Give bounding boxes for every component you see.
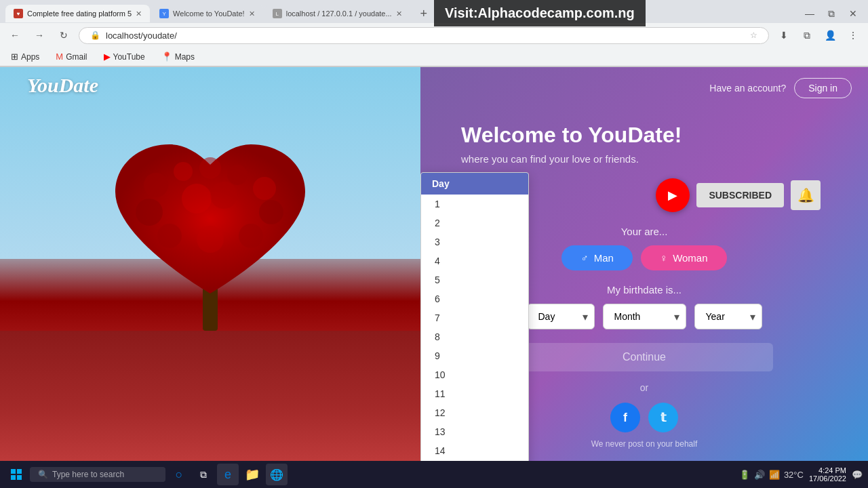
- dropdown-item[interactable]: 10: [421, 365, 528, 384]
- tab-label-dating: Complete free dating platform 5: [27, 9, 132, 18]
- bookmark-apps[interactable]: ⊞ Apps: [8, 50, 42, 63]
- subscribed-button[interactable]: SUBSCRIBED: [696, 183, 784, 207]
- taskbar-browser[interactable]: 🌐: [266, 464, 288, 485]
- search-icon: 🔍: [38, 470, 48, 479]
- tab-close-youdate[interactable]: ✕: [249, 9, 255, 18]
- year-select[interactable]: Year 20042003200220012000 19991998199719…: [694, 304, 762, 329]
- profile-icon[interactable]: 👤: [821, 26, 840, 45]
- dropdown-item[interactable]: 1: [421, 195, 528, 214]
- download-icon[interactable]: ⬇: [774, 26, 793, 45]
- taskbar-taskview[interactable]: ⧉: [193, 464, 214, 485]
- welcome-subtitle: where you can find your love or friends.: [461, 153, 827, 165]
- month-select-wrapper: Month JanuaryFebruaryMarchApril MayJuneJ…: [603, 304, 686, 329]
- back-button[interactable]: ←: [5, 26, 24, 45]
- dropdown-list: 12345678910111213141516171819: [421, 195, 528, 461]
- gmail-icon: M: [56, 52, 63, 62]
- dropdown-item[interactable]: 8: [421, 327, 528, 346]
- svg-point-4: [253, 177, 276, 200]
- svg-point-1: [174, 162, 193, 181]
- dropdown-item[interactable]: 6: [421, 289, 528, 308]
- bookmark-youtube[interactable]: ▶ YouTube: [101, 50, 148, 63]
- dropdown-item[interactable]: 13: [421, 422, 528, 441]
- taskbar-clock[interactable]: 4:24 PM 17/06/2022: [809, 466, 846, 483]
- dropdown-item[interactable]: 7: [421, 308, 528, 327]
- year-select-wrapper: Year 20042003200220012000 19991998199719…: [694, 304, 762, 329]
- address-bar: ← → ↻ 🔒 localhost/youdate/ ☆ ⬇ ⧉ 👤 ⋮: [0, 23, 868, 47]
- dropdown-item[interactable]: 14: [421, 441, 528, 460]
- twitter-button[interactable]: 𝕥: [648, 403, 678, 432]
- new-tab-button[interactable]: +: [414, 4, 433, 23]
- dropdown-item[interactable]: 11: [421, 384, 528, 403]
- svg-rect-15: [17, 475, 22, 480]
- man-label: Man: [594, 252, 614, 264]
- svg-point-6: [182, 184, 212, 214]
- bookmark-maps-label: Maps: [175, 52, 195, 62]
- tab-youdate[interactable]: Y Welcome to YouDate! ✕: [151, 5, 263, 22]
- tab-close-dating[interactable]: ✕: [136, 9, 142, 18]
- forward-button[interactable]: →: [30, 26, 49, 45]
- bookmark-youtube-label: YouTube: [113, 52, 145, 62]
- url-text: localhost/youdate/: [106, 30, 745, 41]
- bell-button[interactable]: 🔔: [791, 180, 821, 210]
- facebook-icon: f: [623, 411, 627, 425]
- continue-button[interactable]: Continue: [515, 343, 773, 371]
- network-icon[interactable]: 📶: [769, 470, 780, 480]
- man-button[interactable]: ♂ Man: [561, 245, 632, 270]
- taskbar: 🔍 Type here to search ○ ⧉ e 📁 🌐 🔋 🔊 📶 32…: [0, 461, 868, 488]
- start-button[interactable]: [5, 464, 27, 485]
- maps-icon: 📍: [161, 52, 172, 62]
- youtube-subscribe-icon[interactable]: ▶: [656, 178, 690, 212]
- dropdown-item[interactable]: 2: [421, 214, 528, 232]
- dropdown-item[interactable]: 4: [421, 251, 528, 270]
- tab-close-localhost[interactable]: ✕: [396, 9, 402, 18]
- twitter-icon: 𝕥: [660, 410, 666, 425]
- dropdown-item[interactable]: 9: [421, 346, 528, 365]
- welcome-title: Welcome to YouDate!: [461, 123, 827, 148]
- svg-rect-12: [11, 469, 16, 474]
- tab-label-localhost: localhost / 127.0.0.1 / youdate...: [286, 9, 392, 18]
- month-select[interactable]: Month JanuaryFebruaryMarchApril MayJuneJ…: [603, 304, 686, 329]
- tab-favicon-localhost: L: [273, 9, 282, 18]
- url-box[interactable]: 🔒 localhost/youdate/ ☆: [79, 27, 769, 44]
- svg-point-10: [197, 226, 224, 253]
- lock-icon: 🔒: [90, 30, 100, 40]
- tab-bar: ♥ Complete free dating platform 5 ✕ Y We…: [0, 0, 868, 23]
- volume-icon[interactable]: 🔊: [754, 470, 765, 480]
- minimize-button[interactable]: —: [800, 4, 819, 23]
- extensions-icon[interactable]: ⧉: [797, 26, 816, 45]
- apps-icon: ⊞: [11, 52, 18, 62]
- dropdown-item[interactable]: 3: [421, 232, 528, 251]
- reload-button[interactable]: ↻: [54, 26, 73, 45]
- man-icon: ♂: [580, 252, 588, 264]
- logo-text: YouDate: [27, 74, 98, 96]
- settings-icon[interactable]: ⋮: [844, 26, 863, 45]
- taskbar-cortana[interactable]: ○: [168, 464, 190, 485]
- signup-section: Have an account? Sign in Welcome to YouD…: [420, 67, 868, 461]
- tab-dating[interactable]: ♥ Complete free dating platform 5 ✕: [5, 5, 150, 22]
- notifications-icon[interactable]: 💬: [852, 470, 863, 480]
- day-dropdown[interactable]: Day 12345678910111213141516171819: [420, 172, 529, 461]
- woman-button[interactable]: ♀ Woman: [641, 245, 727, 270]
- facebook-button[interactable]: f: [610, 403, 640, 432]
- toolbar-icons: ⬇ ⧉ 👤 ⋮: [774, 26, 863, 45]
- taskbar-right: 🔋 🔊 📶 32°C 4:24 PM 17/06/2022 💬: [739, 466, 863, 483]
- dropdown-item[interactable]: 12: [421, 403, 528, 422]
- taskbar-edge[interactable]: e: [217, 464, 239, 485]
- tab-localhost[interactable]: L localhost / 127.0.0.1 / youdate... ✕: [264, 5, 410, 22]
- star-icon[interactable]: ☆: [750, 30, 757, 40]
- bookmark-maps[interactable]: 📍 Maps: [159, 50, 197, 63]
- day-select[interactable]: Day 12345 678910: [527, 304, 595, 329]
- thermometer-icon: 32°C: [784, 470, 804, 480]
- system-tray-icons: 🔋 🔊 📶 32°C: [739, 470, 804, 480]
- woman-label: Woman: [673, 252, 707, 264]
- taskbar-explorer[interactable]: 📁: [241, 464, 263, 485]
- restore-button[interactable]: ⧉: [822, 4, 841, 23]
- sign-in-button[interactable]: Sign in: [794, 78, 852, 98]
- svg-rect-14: [11, 475, 16, 480]
- bookmark-gmail[interactable]: M Gmail: [53, 50, 90, 63]
- dropdown-item[interactable]: 5: [421, 270, 528, 289]
- taskbar-search[interactable]: 🔍 Type here to search: [30, 467, 165, 482]
- close-button[interactable]: ✕: [844, 4, 863, 23]
- bell-icon: 🔔: [797, 187, 814, 203]
- youtube-icon: ▶: [104, 52, 111, 62]
